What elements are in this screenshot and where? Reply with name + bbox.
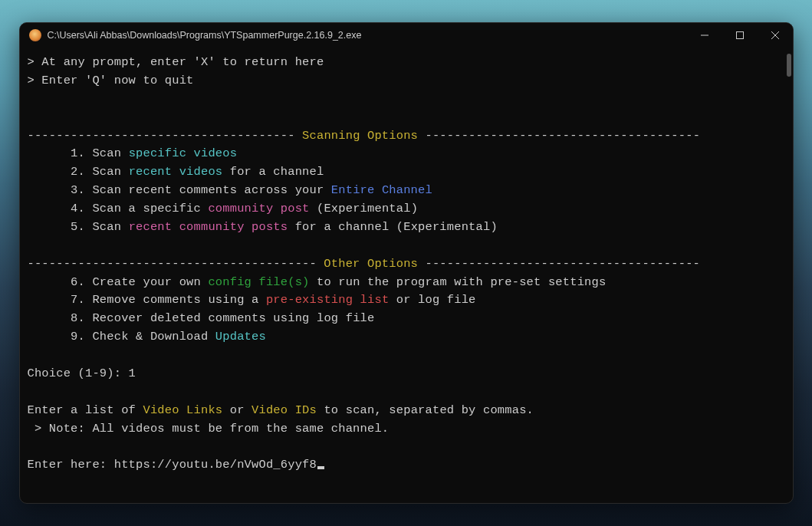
scrollbar-thumb[interactable]: [787, 54, 791, 77]
minimize-button[interactable]: [687, 23, 722, 48]
svg-rect-1: [736, 32, 743, 39]
hint-line: > Enter 'Q' now to quit: [28, 72, 785, 90]
app-icon: [29, 29, 41, 41]
section-title-scanning: Scanning Options: [295, 129, 426, 143]
choice-value: 1: [129, 367, 136, 380]
blank-line: [28, 109, 785, 127]
menu-option-2: 2. Scan recent videos for a channel: [28, 163, 785, 182]
hint-line: > At any prompt, enter 'X' to return her…: [28, 54, 785, 72]
instruction-line: Enter a list of Video Links or Video IDs…: [28, 402, 785, 420]
section-title-other: Other Options: [317, 257, 426, 271]
blank-line: [28, 383, 785, 402]
choice-prompt: Choice (1-9): 1: [28, 365, 785, 383]
maximize-icon: [736, 31, 744, 39]
blank-line: [28, 347, 785, 365]
menu-option-1: 1. Scan specific videos: [28, 145, 785, 163]
note-line: > Note: All videos must be from the same…: [28, 420, 785, 439]
input-value: https://youtu.be/nVwOd_6yyf8: [114, 458, 317, 472]
blank-line: [28, 438, 785, 456]
terminal-body[interactable]: > At any prompt, enter 'X' to return her…: [20, 48, 793, 503]
menu-option-9: 9. Check & Download Updates: [28, 328, 785, 347]
menu-option-4: 4. Scan a specific community post (Exper…: [28, 200, 785, 219]
input-line[interactable]: Enter here: https://youtu.be/nVwOd_6yyf8: [28, 456, 785, 475]
menu-option-3: 3. Scan recent comments across your Enti…: [28, 182, 785, 200]
menu-option-6: 6. Create your own config file(s) to run…: [28, 274, 785, 292]
menu-option-8: 8. Recover deleted comments using log fi…: [28, 310, 785, 328]
terminal-window: C:\Users\Ali Abbas\Downloads\Programs\YT…: [19, 22, 794, 504]
menu-option-5: 5. Scan recent community posts for a cha…: [28, 219, 785, 237]
blank-line: [28, 237, 785, 255]
window-title: C:\Users\Ali Abbas\Downloads\Programs\YT…: [48, 30, 687, 41]
section-rule: ----------------------------------------…: [28, 255, 785, 274]
section-rule: ------------------------------------- Sc…: [28, 127, 785, 146]
close-icon: [771, 31, 779, 39]
window-controls: [687, 23, 793, 48]
menu-option-7: 7. Remove comments using a pre-existing …: [28, 291, 785, 310]
titlebar[interactable]: C:\Users\Ali Abbas\Downloads\Programs\YT…: [20, 23, 793, 48]
blank-line: [28, 90, 785, 109]
input-label: Enter here:: [28, 458, 114, 472]
minimize-icon: [701, 31, 708, 39]
maximize-button[interactable]: [722, 23, 758, 48]
cursor-icon: [317, 466, 324, 469]
close-button[interactable]: [758, 23, 793, 48]
